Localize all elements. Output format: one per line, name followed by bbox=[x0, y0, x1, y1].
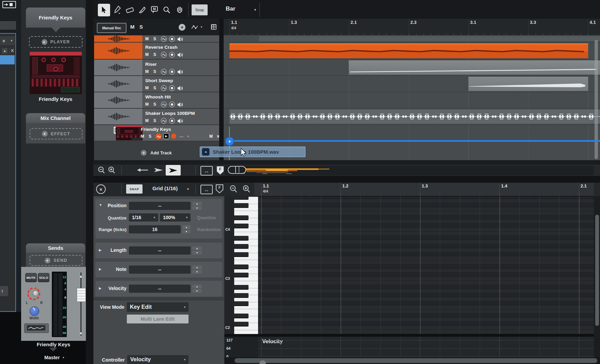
add-effect-button[interactable]: + EFFECT bbox=[30, 128, 82, 139]
zoom-in-icon[interactable] bbox=[107, 166, 116, 176]
note-row[interactable] bbox=[258, 314, 594, 318]
note-row[interactable] bbox=[258, 207, 594, 211]
instrument-editor-icon[interactable]: ▶ bbox=[163, 133, 169, 139]
note-row[interactable] bbox=[258, 326, 594, 330]
zoom-out-icon[interactable] bbox=[97, 166, 106, 176]
note-row[interactable] bbox=[258, 228, 594, 232]
note-row[interactable] bbox=[258, 318, 594, 322]
automation-wave-icon[interactable] bbox=[161, 118, 167, 124]
controller-select[interactable]: Velocity ▼ bbox=[127, 355, 189, 364]
automation-wave-icon[interactable] bbox=[155, 133, 162, 139]
track-header[interactable]: Reverse CrashMS bbox=[94, 43, 219, 59]
note-row[interactable] bbox=[258, 232, 594, 236]
mute-button[interactable]: MUTE bbox=[25, 273, 37, 282]
black-key[interactable] bbox=[234, 285, 249, 290]
track-mute-button[interactable]: M bbox=[141, 134, 144, 139]
note-row[interactable] bbox=[258, 219, 594, 224]
spin-down-icon[interactable]: ▼ bbox=[192, 206, 202, 210]
length-field[interactable]: -- bbox=[129, 246, 191, 255]
track-color-strip[interactable] bbox=[94, 109, 143, 124]
solo-button[interactable]: SOLO bbox=[38, 273, 49, 282]
autoscroll-off-icon[interactable] bbox=[137, 168, 149, 174]
black-key[interactable] bbox=[234, 203, 249, 208]
track-solo-button[interactable]: S bbox=[153, 102, 156, 107]
black-key[interactable] bbox=[234, 322, 249, 327]
add-send-button[interactable]: + SEND bbox=[30, 255, 82, 266]
position-spinner[interactable]: ▲▼ bbox=[192, 202, 202, 210]
arrange-lane[interactable] bbox=[224, 92, 600, 108]
sort-asc-icon[interactable]: ▲ bbox=[2, 48, 7, 54]
monitor-speaker-icon[interactable] bbox=[177, 102, 183, 107]
track-header[interactable]: Short SweepMS bbox=[94, 76, 219, 92]
close-editor-button[interactable]: × bbox=[96, 184, 106, 194]
expand-triangle-icon[interactable]: ▶ bbox=[99, 248, 102, 252]
timebase-select[interactable]: Bar ▼ bbox=[226, 5, 263, 14]
record-arm-icon[interactable] bbox=[169, 102, 175, 107]
solo-all-button[interactable]: S bbox=[139, 24, 143, 30]
track-color-strip[interactable] bbox=[94, 35, 143, 42]
automation-wave-icon[interactable] bbox=[161, 69, 167, 75]
mini-list-header[interactable]: ▲ K bbox=[0, 46, 15, 55]
spin-down-icon[interactable]: ▼ bbox=[182, 230, 191, 233]
arrow-tool[interactable] bbox=[98, 4, 110, 16]
audio-clip[interactable] bbox=[349, 60, 600, 75]
track-header[interactable]: Shaker Loops 100BPMMS bbox=[94, 109, 219, 124]
add-track-icon-button[interactable]: + bbox=[179, 24, 185, 31]
record-arm-icon[interactable] bbox=[169, 36, 175, 42]
track-solo-button[interactable]: S bbox=[153, 52, 156, 57]
record-arm-icon[interactable] bbox=[169, 52, 175, 58]
note-row[interactable] bbox=[258, 277, 594, 281]
black-key[interactable] bbox=[234, 301, 249, 306]
record-arm-icon[interactable] bbox=[169, 118, 175, 124]
piano-keyboard[interactable] bbox=[234, 197, 258, 334]
editor-fit-icon[interactable]: ↔ bbox=[200, 185, 213, 194]
note-row[interactable] bbox=[258, 322, 594, 326]
zoom-tool[interactable] bbox=[162, 5, 172, 15]
note-row[interactable] bbox=[258, 244, 594, 248]
track-mute-button[interactable]: M bbox=[145, 36, 149, 41]
randomize-button[interactable]: Randomize bbox=[197, 227, 221, 232]
velocity-field[interactable]: -- bbox=[129, 285, 191, 293]
audio-clip[interactable] bbox=[229, 109, 600, 124]
note-row[interactable] bbox=[258, 305, 594, 309]
editor-snap-toggle[interactable]: SNAP bbox=[126, 184, 142, 194]
expand-triangle-icon[interactable]: ▶ bbox=[99, 286, 102, 290]
quantize-button[interactable]: Quantize bbox=[197, 215, 216, 220]
fader-handle[interactable] bbox=[77, 288, 86, 302]
note-field[interactable]: -- bbox=[129, 266, 191, 274]
note-row[interactable] bbox=[258, 236, 594, 240]
width-knob[interactable] bbox=[30, 306, 39, 316]
hand-tool[interactable] bbox=[175, 5, 185, 15]
track-color-strip[interactable] bbox=[94, 43, 143, 59]
track-solo-button[interactable]: S bbox=[153, 86, 156, 90]
grid-select[interactable]: Grid (1/16) ▼ bbox=[152, 185, 197, 193]
note-row[interactable] bbox=[258, 197, 594, 199]
spin-up-icon[interactable]: ▲ bbox=[192, 266, 202, 269]
range-field[interactable]: 16 bbox=[129, 225, 181, 233]
quantize-grid-select[interactable]: 1/16 ▼ bbox=[129, 213, 158, 222]
spin-up-icon[interactable]: ▲ bbox=[192, 285, 202, 288]
note-row[interactable] bbox=[258, 281, 594, 285]
chevron-down-icon[interactable]: ▼ bbox=[200, 26, 203, 29]
automation-wave-icon[interactable] bbox=[161, 102, 167, 107]
add-player-button[interactable]: + PLAYER bbox=[29, 36, 82, 48]
track-solo-button[interactable]: S bbox=[149, 134, 151, 139]
range-spinner[interactable]: ▲▼ bbox=[182, 225, 191, 233]
panel-split-band[interactable] bbox=[93, 176, 600, 183]
pan-knob[interactable] bbox=[27, 287, 40, 300]
track-solo-button[interactable]: S bbox=[153, 118, 156, 123]
eraser-tool[interactable] bbox=[125, 5, 135, 15]
track-monitor-button[interactable]: M bbox=[209, 134, 213, 139]
black-key[interactable] bbox=[234, 197, 249, 200]
pencil-tool[interactable] bbox=[112, 5, 123, 15]
length-spinner[interactable]: ▲▼ bbox=[192, 246, 202, 255]
scroll-mode-icon[interactable] bbox=[153, 167, 164, 174]
automation-wave-icon[interactable] bbox=[161, 36, 167, 42]
monitor-speaker-icon[interactable] bbox=[177, 36, 183, 42]
black-key[interactable] bbox=[234, 314, 249, 318]
output-select[interactable]: Master ▼ bbox=[38, 354, 72, 361]
mini-dropdown[interactable]: e ▼ bbox=[0, 36, 15, 45]
mute-tool[interactable]: M bbox=[149, 5, 160, 15]
instrument-screenshot[interactable] bbox=[30, 52, 82, 94]
note-row[interactable] bbox=[258, 224, 594, 228]
